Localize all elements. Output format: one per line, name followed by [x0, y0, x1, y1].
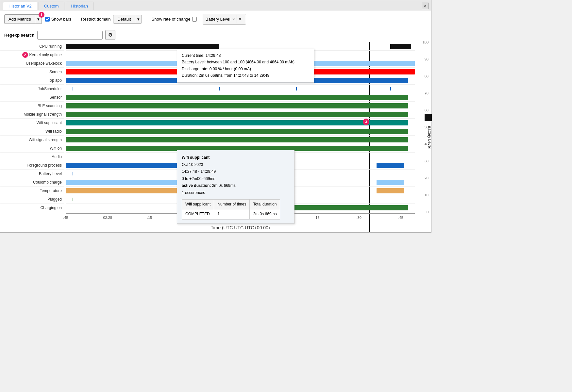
- chart-row-ble[interactable]: [66, 102, 415, 110]
- show-rate-checkbox[interactable]: [192, 17, 197, 22]
- battery-level-tag: Battery Level × ▾: [203, 14, 246, 24]
- bar-wifi-radio: [66, 129, 408, 134]
- tooltip-wifi-title: Wifi supplicant: [182, 154, 290, 161]
- restrict-domain-group: Restrict domain Default ▾: [81, 15, 142, 24]
- bar-cpu-2: [390, 44, 411, 49]
- x-tick-1: :45: [63, 216, 68, 220]
- bar-mobile: [66, 112, 408, 117]
- restrict-domain-label: Restrict domain: [81, 17, 110, 22]
- x-tick-9: :45: [398, 216, 403, 220]
- y-axis: 100 90 80 70 60 50 40 30 20 10 0 Battery…: [415, 42, 431, 232]
- metric-label-temperature: Temperature: [0, 187, 64, 195]
- chart-wrapper: CPU running 2 Kernel only uptime Userspa…: [0, 42, 431, 232]
- close-button[interactable]: ×: [422, 3, 429, 9]
- tooltip-wifi-active-duration: active duration: 2m 0s 669ms: [182, 182, 290, 189]
- show-bars-label: Show bars: [51, 17, 71, 22]
- add-metrics-button[interactable]: Add Metrics: [4, 14, 35, 24]
- bar-ble: [66, 103, 408, 108]
- show-bars-checkbox[interactable]: [45, 17, 50, 22]
- toolbar: Add Metrics ▾ 1 Show bars Restrict domai…: [0, 10, 431, 28]
- x-tick-2: 02:28: [103, 216, 112, 220]
- battery-level-tag-label: Battery Level: [206, 17, 230, 22]
- bar-foreground-2: [377, 163, 404, 168]
- table-header-2: Number of times: [214, 199, 250, 209]
- y-tick-80: 80: [425, 74, 429, 78]
- badge-2: 2: [22, 52, 28, 58]
- metric-label-kernel-uptime: 2 Kernel only uptime: [0, 51, 64, 59]
- metric-label-coulomb: Coulomb charge: [0, 178, 64, 187]
- metric-label-wifi-supplicant: Wifi supplicant: [0, 119, 64, 127]
- x-tick-3: :15: [147, 216, 152, 220]
- search-input[interactable]: [37, 31, 103, 40]
- app-window: Historian V2 Custom Historian × Add Metr…: [0, 0, 431, 233]
- table-header-1: Wifi supplicant: [182, 199, 214, 209]
- metric-label-battery-level: Battery Level: [0, 170, 64, 178]
- chart-row-wifi-radio[interactable]: [66, 127, 415, 136]
- chart-row-wifi-supplicant[interactable]: [66, 119, 415, 127]
- tooltip-battery-level: Current time: 14:29:43 Battery Level: be…: [177, 49, 314, 83]
- show-rate-label: Show rate of change: [152, 17, 191, 22]
- table-cell-status: COMPLETED: [182, 209, 214, 220]
- show-bars-group: Show bars: [45, 17, 71, 22]
- metric-label-plugged: Plugged: [0, 195, 64, 204]
- tick-battery: [73, 172, 73, 175]
- tooltip-wifi-supplicant: Wifi supplicant Oct 10 2023 14:27:48 - 1…: [177, 150, 294, 224]
- chart-bars-area: Current time: 14:29:43 Battery Level: be…: [66, 42, 415, 232]
- metric-label-ble: BLE scanning: [0, 102, 64, 110]
- chart-row-jobscheduler[interactable]: [66, 85, 415, 93]
- metric-label-screen: Screen: [0, 68, 64, 76]
- tick-job-2: [219, 87, 220, 90]
- search-label: Regexp search: [4, 33, 35, 38]
- metric-label-wifi-radio: Wifi radio: [0, 127, 64, 136]
- settings-button[interactable]: ⚙: [105, 30, 115, 40]
- tab-historian[interactable]: Historian: [66, 2, 93, 10]
- bar-sensor: [66, 95, 408, 100]
- metric-label-topapp: Top app: [0, 76, 64, 85]
- search-row: Regexp search ⚙: [0, 28, 431, 42]
- tooltip-current-time: Current time: 14:29:43: [182, 52, 309, 59]
- metric-label-audio: Audio: [0, 153, 64, 161]
- y-tick-0: 0: [427, 210, 429, 214]
- metric-label-userspace: Userspace wakelock: [0, 59, 64, 68]
- y-tick-90: 90: [425, 57, 429, 61]
- add-metrics-badge: 1: [39, 12, 44, 18]
- y-tick-60: 60: [425, 108, 429, 112]
- tooltip-wifi-date: Oct 10 2023: [182, 161, 290, 169]
- tab-historian-v2[interactable]: Historian V2: [3, 2, 37, 10]
- x-axis-label: Time (UTC UTC UTC+00:00): [66, 223, 415, 232]
- chart-row-sensor[interactable]: [66, 93, 415, 102]
- metric-label-sensor: Sensor: [0, 93, 64, 102]
- metric-label-wifi-signal: Wifi signal strength: [0, 136, 64, 144]
- table-cell-count: 1: [214, 209, 250, 220]
- x-tick-8: :30: [356, 216, 361, 220]
- tick-job-4: [390, 87, 391, 90]
- add-metrics-group: Add Metrics ▾ 1: [4, 14, 42, 24]
- tooltip-discharge-rate: Discharge rate: 0.00 % / hour (0.00 mA): [182, 66, 309, 72]
- y-tick-30: 30: [425, 159, 429, 163]
- domain-dropdown-icon[interactable]: ▾: [135, 15, 142, 23]
- tab-custom[interactable]: Custom: [39, 2, 64, 10]
- metric-label-jobscheduler: JobScheduler: [0, 85, 64, 93]
- tooltip-wifi-offset: 0 to +2m00s669ms: [182, 175, 290, 183]
- tab-bar: Historian V2 Custom Historian ×: [0, 0, 431, 10]
- bar-cpu-top-1: [66, 46, 219, 47]
- battery-level-rotated-label: Battery Level: [427, 126, 432, 149]
- table-row: COMPLETED 1 2m 0s 669ms: [182, 209, 280, 220]
- tooltip-wifi-time-range: 14:27:48 - 14:29:49: [182, 168, 290, 175]
- y-tick-10: 10: [425, 193, 429, 197]
- battery-level-dropdown-icon[interactable]: ▾: [237, 15, 243, 23]
- bar-wifi-signal: [66, 137, 408, 142]
- chart-row-mobile[interactable]: [66, 110, 415, 119]
- table-header-3: Total duration: [250, 199, 280, 209]
- chart-row-wifi-signal[interactable]: [66, 136, 415, 144]
- x-tick-7: :15: [314, 216, 319, 220]
- domain-select[interactable]: Default ▾: [113, 15, 142, 24]
- tooltip-wifi-table: Wifi supplicant Number of times Total du…: [182, 199, 280, 220]
- tooltip-duration: Duration: 2m 0s 669ms, from 14:27:48 to …: [182, 72, 309, 79]
- metric-label-foreground: Foreground process: [0, 161, 64, 170]
- battery-level-remove-button[interactable]: ×: [232, 17, 235, 22]
- bar-temp-2: [377, 188, 404, 193]
- tooltip-wifi-occurrences: 1 occurences: [182, 189, 290, 197]
- metric-label-wifi-on: Wifi on: [0, 144, 64, 153]
- tick-job-1: [73, 87, 73, 90]
